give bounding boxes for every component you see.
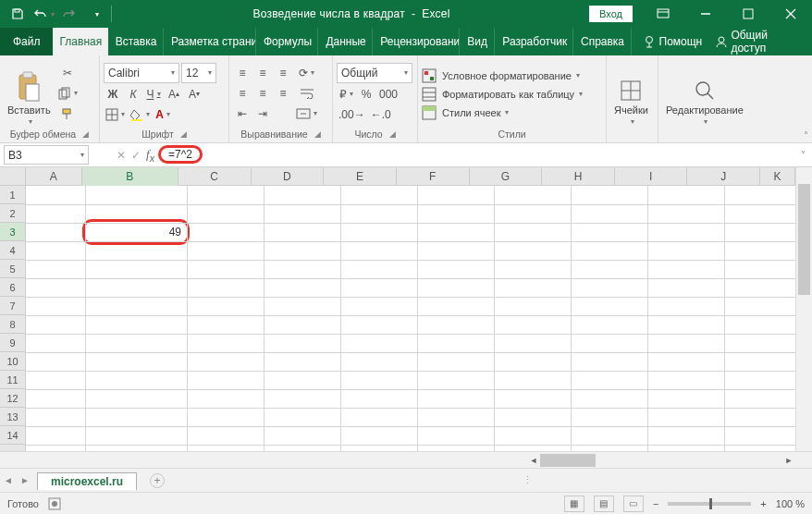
cut-icon[interactable]: ✂ xyxy=(56,64,80,82)
minimize-button[interactable] xyxy=(684,0,727,28)
tell-me[interactable]: Помощн xyxy=(643,35,703,48)
tab-file[interactable]: Файл xyxy=(0,28,53,55)
increase-decimal-icon[interactable]: .00→ xyxy=(337,105,367,124)
tab-splitter[interactable]: ⋮ xyxy=(523,474,535,486)
tab-layout[interactable]: Разметка страни xyxy=(164,28,256,55)
row-header[interactable]: 5 xyxy=(0,260,25,278)
column-header[interactable]: F xyxy=(397,167,470,186)
tab-review[interactable]: Рецензирование xyxy=(373,28,460,55)
align-top-icon[interactable]: ≡ xyxy=(233,64,252,82)
zoom-level[interactable]: 100 % xyxy=(776,498,805,509)
row-header[interactable]: 3 xyxy=(0,223,25,241)
paste-button[interactable]: Вставить▾ xyxy=(4,58,55,128)
dialog-launcher-icon[interactable]: ◢ xyxy=(389,129,396,139)
new-sheet-button[interactable]: + xyxy=(150,473,165,488)
italic-button[interactable]: К xyxy=(124,85,142,104)
macro-record-icon[interactable] xyxy=(48,497,61,510)
cell-styles-button[interactable]: Стили ячеек▾ xyxy=(422,105,602,120)
currency-icon[interactable]: ₽▾ xyxy=(337,85,355,104)
align-middle-icon[interactable]: ≡ xyxy=(253,64,272,82)
row-header[interactable]: 2 xyxy=(0,204,25,223)
cells-button[interactable]: Ячейки▾ xyxy=(610,58,652,128)
ribbon-display-icon[interactable] xyxy=(642,0,684,28)
redo-icon[interactable] xyxy=(57,2,81,26)
font-color-button[interactable]: A▾ xyxy=(154,105,172,124)
cancel-formula-icon[interactable]: ✕ xyxy=(117,149,126,162)
qat-customize-icon[interactable]: ▾ xyxy=(83,2,107,26)
scroll-right-icon[interactable]: ► xyxy=(782,456,795,465)
align-right-icon[interactable]: ≡ xyxy=(274,84,292,103)
column-header[interactable]: D xyxy=(252,167,325,186)
row-header[interactable]: 9 xyxy=(0,334,25,352)
undo-icon[interactable]: ▾ xyxy=(31,2,55,26)
wrap-text-icon[interactable] xyxy=(294,84,319,103)
row-header[interactable]: 1 xyxy=(0,186,25,204)
horizontal-scroll-thumb[interactable] xyxy=(540,454,596,467)
normal-view-icon[interactable]: ▦ xyxy=(564,496,584,512)
comma-icon[interactable]: 000 xyxy=(377,85,400,104)
zoom-out-button[interactable]: − xyxy=(653,498,658,509)
column-header[interactable]: J xyxy=(687,167,760,186)
vertical-scroll-thumb[interactable] xyxy=(798,184,810,295)
cells-area[interactable]: 49 xyxy=(26,186,795,451)
row-header[interactable]: 7 xyxy=(0,297,25,315)
conditional-formatting-button[interactable]: Условное форматирование▾ xyxy=(422,68,602,83)
zoom-in-button[interactable]: + xyxy=(760,498,766,509)
vertical-scrollbar[interactable] xyxy=(795,167,812,451)
tab-insert[interactable]: Вставка xyxy=(108,28,164,55)
decrease-decimal-icon[interactable]: ←.0 xyxy=(369,105,393,124)
column-header[interactable]: E xyxy=(324,167,397,186)
row-header[interactable]: 10 xyxy=(0,352,25,371)
tab-nav-next-icon[interactable]: ► xyxy=(17,475,33,485)
row-header[interactable]: 12 xyxy=(0,389,25,408)
save-icon[interactable] xyxy=(6,2,30,26)
dialog-launcher-icon[interactable]: ◢ xyxy=(82,129,89,139)
horizontal-scrollbar[interactable]: ◄ ► xyxy=(527,454,795,467)
column-header[interactable]: H xyxy=(542,167,615,186)
tab-home[interactable]: Главная xyxy=(53,28,108,55)
row-header[interactable]: 13 xyxy=(0,408,25,426)
insert-function-icon[interactable]: fx xyxy=(146,147,154,164)
merge-cells-icon[interactable]: ▾ xyxy=(294,104,319,123)
increase-font-icon[interactable]: A▴ xyxy=(165,85,183,104)
formula-input[interactable]: =7^2 xyxy=(154,143,794,166)
copy-icon[interactable]: ▾ xyxy=(56,84,80,103)
sheet-tab[interactable]: microexcel.ru xyxy=(37,472,137,490)
dialog-launcher-icon[interactable]: ◢ xyxy=(180,129,187,139)
row-header[interactable]: 4 xyxy=(0,241,25,260)
tab-developer[interactable]: Разработчик xyxy=(495,28,573,55)
bold-button[interactable]: Ж xyxy=(104,85,122,104)
row-header[interactable]: 6 xyxy=(0,278,25,297)
page-layout-view-icon[interactable]: ▤ xyxy=(594,496,614,512)
tab-nav-prev-icon[interactable]: ◄ xyxy=(0,475,17,485)
expand-formula-bar-icon[interactable]: ˅ xyxy=(794,150,812,160)
align-left-icon[interactable]: ≡ xyxy=(233,84,252,103)
zoom-slider[interactable] xyxy=(668,502,751,506)
close-button[interactable] xyxy=(769,0,812,28)
editing-button[interactable]: Редактирование▾ xyxy=(662,58,747,128)
align-bottom-icon[interactable]: ≡ xyxy=(274,64,292,82)
maximize-button[interactable] xyxy=(727,0,769,28)
decrease-font-icon[interactable]: A▾ xyxy=(185,85,203,104)
share-button[interactable]: Общий доступ xyxy=(715,29,801,55)
borders-button[interactable]: ▾ xyxy=(104,105,127,124)
format-painter-icon[interactable] xyxy=(56,104,80,123)
select-all-corner[interactable] xyxy=(0,167,26,186)
collapse-ribbon-icon[interactable]: ˄ xyxy=(804,130,808,141)
format-as-table-button[interactable]: Форматировать как таблицу▾ xyxy=(422,87,602,102)
font-size-select[interactable]: 12▾ xyxy=(181,63,216,83)
enter-formula-icon[interactable]: ✓ xyxy=(131,149,141,162)
tab-data[interactable]: Данные xyxy=(318,28,373,55)
row-header[interactable]: 11 xyxy=(0,371,25,389)
font-name-select[interactable]: Calibri▾ xyxy=(104,63,179,83)
underline-button[interactable]: Ч▾ xyxy=(144,85,163,104)
increase-indent-icon[interactable]: ⇥ xyxy=(253,104,272,123)
column-header[interactable]: G xyxy=(470,167,543,186)
row-header[interactable]: 8 xyxy=(0,315,25,334)
column-header[interactable]: I xyxy=(615,167,688,186)
column-header[interactable]: B xyxy=(82,167,178,186)
scroll-left-icon[interactable]: ◄ xyxy=(527,456,540,465)
percent-icon[interactable]: % xyxy=(357,85,375,104)
orientation-icon[interactable]: ⟳▾ xyxy=(294,64,319,82)
column-header[interactable]: K xyxy=(760,167,795,186)
